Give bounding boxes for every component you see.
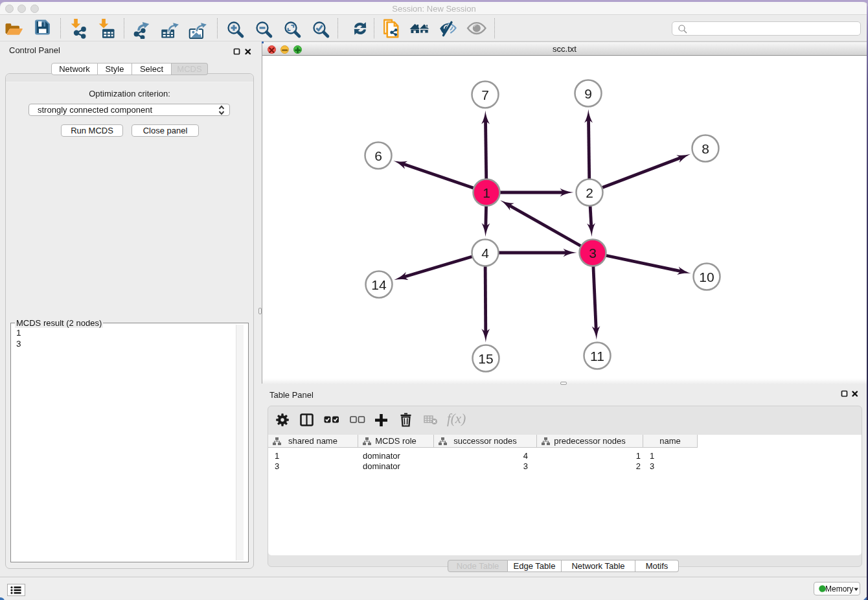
svg-text:10: 10 bbox=[699, 270, 714, 284]
svg-text:1: 1 bbox=[483, 185, 490, 200]
svg-text:2: 2 bbox=[586, 185, 593, 200]
svg-text:6: 6 bbox=[374, 148, 382, 163]
svg-text:15: 15 bbox=[478, 351, 493, 366]
svg-text:3: 3 bbox=[589, 246, 597, 260]
svg-text:8: 8 bbox=[702, 141, 709, 156]
svg-text:14: 14 bbox=[371, 277, 387, 292]
svg-text:11: 11 bbox=[590, 349, 604, 363]
svg-text:7: 7 bbox=[481, 87, 489, 102]
svg-text:9: 9 bbox=[584, 86, 592, 101]
svg-text:4: 4 bbox=[481, 246, 489, 260]
